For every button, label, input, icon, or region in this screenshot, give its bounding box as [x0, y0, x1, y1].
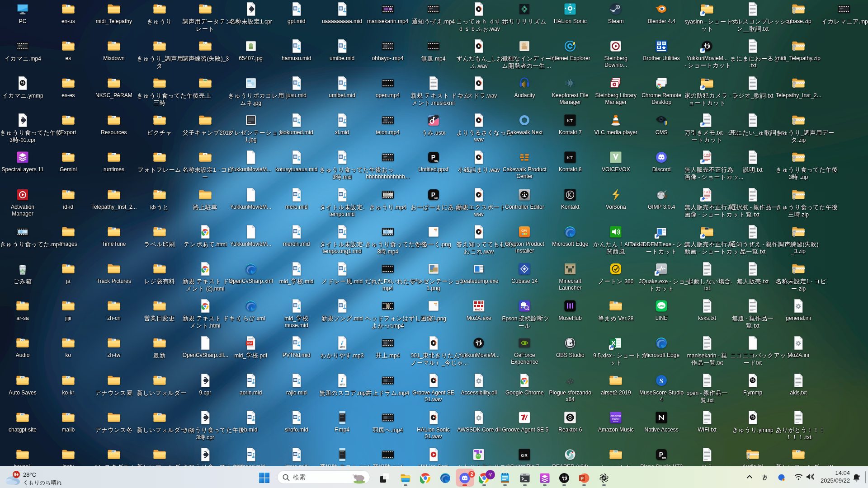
svg-text:z: z: [859, 474, 860, 477]
svg-text:P: P: [580, 476, 584, 481]
svg-text:9+: 9+: [14, 472, 19, 477]
